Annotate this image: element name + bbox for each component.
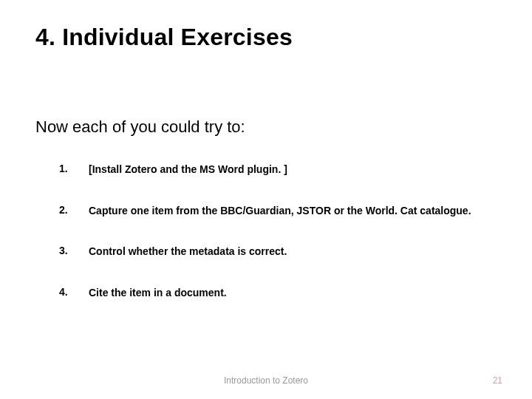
intro-text: Now each of you could try to: [35, 117, 497, 137]
footer-text: Introduction to Zotero [0, 375, 532, 386]
list-number: 4. [59, 285, 89, 298]
slide: 4. Individual Exercises Now each of you … [0, 0, 532, 399]
list-item: 2. Capture one item from the BBC/Guardia… [59, 203, 497, 224]
list-text: [Install Zotero and the MS Word plugin. … [89, 157, 287, 183]
list-number: 1. [59, 162, 89, 174]
ordered-list: 1. [Install Zotero and the MS Word plugi… [35, 162, 497, 305]
list-text: Control whether the metadata is correct. [89, 239, 287, 265]
list-item: 1. [Install Zotero and the MS Word plugi… [59, 162, 497, 183]
list-number: 2. [59, 203, 89, 216]
slide-title: 4. Individual Exercises [35, 24, 497, 51]
list-number: 3. [59, 244, 89, 256]
list-text: Cite the item in a document. [89, 281, 227, 306]
list-text: Capture one item from the BBC/Guardian, … [89, 199, 471, 224]
list-item: 3. Control whether the metadata is corre… [59, 244, 497, 265]
page-number: 21 [493, 375, 502, 386]
list-item: 4. Cite the item in a document. [59, 285, 497, 306]
